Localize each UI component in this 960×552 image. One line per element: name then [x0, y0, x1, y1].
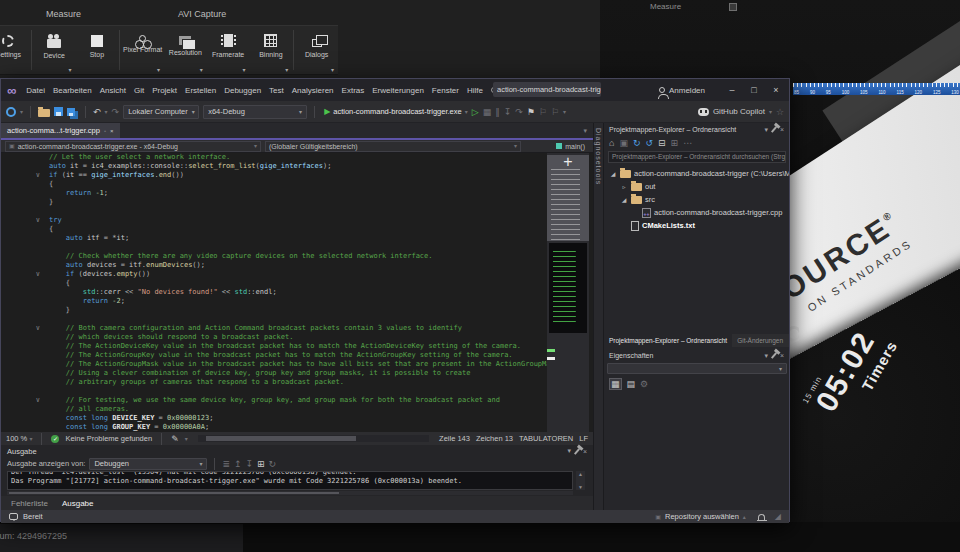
capture-button-settings[interactable]: Settings	[0, 26, 30, 74]
eol-indicator[interactable]: LF	[579, 434, 588, 443]
menu-item[interactable]: Git	[130, 86, 148, 95]
menu-item[interactable]: Extras	[338, 86, 369, 95]
save-icon[interactable]	[54, 107, 63, 116]
scrollbar-thumb[interactable]	[9, 492, 339, 494]
window-position-chevron-icon[interactable]: ▾	[764, 126, 768, 134]
capture-button-binning[interactable]: Binning▾	[250, 26, 293, 74]
capture-button-pixel-format[interactable]: Pixel Format▾	[121, 26, 164, 74]
home-icon[interactable]: ⌂	[609, 138, 614, 148]
repository-selector[interactable]: ▣ Repository auswählen ▴ ◢	[655, 512, 781, 522]
redo-icon[interactable]: ↷	[112, 107, 120, 117]
tab-error-list[interactable]: Fehlerliste	[11, 499, 48, 508]
capture-button-dialogs[interactable]: Dialogs▾	[295, 26, 338, 74]
tab-git-changes[interactable]: Git-Änderungen	[732, 334, 788, 347]
scroll-up-icon[interactable]: ▲	[578, 471, 583, 477]
menu-item[interactable]: Hilfe	[463, 86, 487, 95]
github-copilot-button[interactable]: GitHub Copilot ▾ ☆	[698, 107, 784, 117]
more-options-icon[interactable]: ⋯	[683, 138, 692, 148]
save-all-icon[interactable]	[67, 108, 75, 116]
minimap-scrollbar[interactable]: +	[547, 153, 589, 432]
output-vertical-scrollbar[interactable]: ▲ ▼	[576, 471, 585, 490]
property-pages-icon[interactable]: ⚙	[640, 379, 648, 389]
chevron-down-icon[interactable]: ▾	[20, 107, 23, 117]
tree-item[interactable]: ◢action-command-broadcast-trigger (C:\Us…	[604, 167, 789, 180]
next-bookmark-icon[interactable]: ⚐	[551, 107, 559, 117]
toggle-word-wrap-icon[interactable]: ↻	[269, 459, 277, 469]
tab-measure[interactable]: Measure	[46, 9, 81, 19]
properties-object-combo[interactable]: ▾	[607, 363, 787, 374]
zoom-level-combo[interactable]: 100 % ▾	[6, 434, 32, 444]
refresh-icon[interactable]: ↺	[646, 138, 654, 148]
expander-icon[interactable]: ▹	[620, 183, 628, 190]
previous-bookmark-icon[interactable]: ⚐	[539, 107, 547, 117]
minimap-viewport[interactable]: +	[547, 155, 589, 241]
start-without-debugging-icon[interactable]: ▷	[472, 107, 479, 117]
categorized-icon[interactable]: ▦	[609, 378, 622, 390]
fold-marker[interactable]: ∨	[5, 270, 49, 279]
menu-item[interactable]: Ansicht	[96, 86, 130, 95]
close-tab-icon[interactable]: ×	[110, 126, 114, 136]
maximize-button[interactable]: □	[743, 85, 765, 95]
capture-button-framerate[interactable]: Framerate▾	[207, 26, 250, 74]
menu-item[interactable]: Projekt	[148, 86, 181, 95]
configuration-combo[interactable]: x64-Debug▾	[203, 105, 307, 119]
document-tab[interactable]: action-comma...t-trigger.cpp • ×	[1, 123, 120, 138]
scope-combo[interactable]: (Globaler Gültigkeitsbereich) ▾	[265, 141, 521, 152]
horizontal-scrollbar[interactable]	[198, 435, 429, 442]
scrollbar-thumb[interactable]	[206, 436, 356, 441]
capture-button-stop[interactable]: Stop	[76, 26, 119, 74]
window-position-chevron-icon[interactable]: ▾	[764, 352, 768, 360]
pin-icon[interactable]	[574, 448, 580, 455]
pin-icon[interactable]	[771, 126, 777, 133]
sign-in-button[interactable]: Anmelden	[669, 86, 705, 95]
chevron-down-icon[interactable]: ▾	[563, 107, 566, 117]
bookmark-icon[interactable]: ⚑	[527, 107, 535, 117]
problems-status[interactable]: Keine Probleme gefunden	[65, 434, 152, 443]
capture-button-device[interactable]: Device▾	[33, 26, 76, 74]
capture-window-icon[interactable]	[729, 3, 737, 11]
menu-item[interactable]: Erweiterungen	[368, 86, 428, 95]
undo-icon[interactable]: ↶	[93, 107, 101, 117]
collapse-all-icon[interactable]: ⊟	[658, 138, 666, 148]
column-indicator[interactable]: Zeichen 13	[476, 434, 513, 443]
sync-with-active-document-icon[interactable]: ↻	[633, 138, 641, 148]
break-all-icon[interactable]: ∥	[495, 107, 500, 117]
menu-item[interactable]: Datei	[22, 86, 49, 95]
notifications-bell-icon[interactable]	[758, 514, 765, 520]
fold-marker[interactable]: ∨	[5, 171, 49, 180]
go-to-next-message-icon[interactable]: ↧	[246, 459, 254, 469]
start-debugging-button[interactable]: ▶ action-command-broadcast-trigger.exe ▾	[324, 107, 468, 117]
solution-configurations-icon[interactable]: ▦	[483, 107, 492, 117]
close-icon[interactable]: ×	[780, 352, 784, 359]
explorer-search-input[interactable]: Projektmappen-Explorer – Ordneransicht d…	[608, 151, 786, 163]
capture-button-resolution[interactable]: Resolution▾	[164, 26, 207, 74]
menu-item[interactable]: Erstellen	[181, 86, 220, 95]
tree-item[interactable]: action-command-broadcast-trigger.cpp	[604, 206, 789, 219]
feedback-bubble-icon[interactable]	[9, 513, 18, 520]
debug-target-combo[interactable]: Lokaler Computer▾	[123, 105, 199, 119]
step-into-icon[interactable]: ↧	[504, 107, 512, 117]
output-source-combo[interactable]: Debuggen▾	[89, 458, 207, 470]
project-context-combo[interactable]: ▣ action-command-broadcast-trigger.exe -…	[5, 141, 261, 152]
code-editor[interactable]: // Let the user select a network interfa…	[1, 153, 593, 432]
scroll-down-icon[interactable]: ▼	[578, 484, 583, 490]
expander-icon[interactable]: ◢	[620, 196, 628, 203]
menu-item[interactable]: Fenster	[428, 86, 463, 95]
pin-icon[interactable]: •	[104, 126, 106, 136]
fold-marker[interactable]: ∨	[5, 324, 49, 333]
switch-views-icon[interactable]: ▣	[619, 138, 628, 148]
feedback-icon[interactable]: ☆	[776, 107, 784, 117]
tree-item[interactable]: CMakeLists.txt	[604, 219, 789, 232]
close-button[interactable]: ×	[765, 85, 787, 95]
clear-all-icon[interactable]: ⊞	[257, 459, 265, 469]
messages-icon[interactable]: ≣	[222, 459, 230, 469]
tab-solution-explorer[interactable]: Projektmappen-Explorer – Ordneransicht	[604, 334, 732, 347]
close-icon[interactable]: ×	[780, 126, 784, 133]
go-to-previous-message-icon[interactable]: ↥	[234, 459, 242, 469]
tree-item[interactable]: ▹out	[604, 180, 789, 193]
tab-avi-capture[interactable]: AVI Capture	[178, 9, 226, 19]
step-over-icon[interactable]: ↷	[515, 107, 523, 117]
fold-marker[interactable]: ∨	[5, 396, 49, 405]
menu-item[interactable]: Test	[265, 86, 288, 95]
tabs-indicator[interactable]: TABULATOREN	[519, 434, 573, 443]
